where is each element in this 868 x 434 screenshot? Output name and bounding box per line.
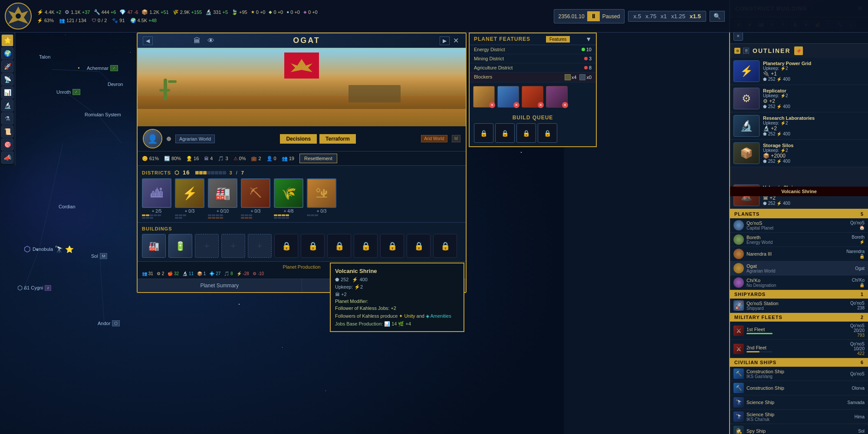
outliner-planet-chiko[interactable]: Chi'Ko No Designation Chi'Ko 🔒	[730, 276, 868, 290]
ci-cross[interactable]: ✕	[733, 31, 743, 41]
building-slot-2[interactable]: 🔋	[168, 234, 192, 258]
system-label-denobula[interactable]: ⬡ Denobula 🔭 ⭐	[24, 244, 74, 254]
features-tab-btn[interactable]: Features	[546, 36, 570, 43]
building-slot-4[interactable]: +	[221, 234, 245, 258]
district-city[interactable]: 🏙 + 2/5	[142, 178, 171, 219]
outliner-planet-qonos[interactable]: Qo'noS Capital Planet Qo'noS 🏠	[730, 218, 868, 233]
resource-r4[interactable]: ◈ 0 +0	[303, 10, 318, 15]
building-slot-6[interactable]: 🔒	[274, 234, 298, 258]
system-label-andor[interactable]: Andor ⬡	[98, 320, 120, 326]
building-slot-8[interactable]: 🔒	[327, 234, 351, 258]
planet-action-buildings[interactable]: 🏛	[192, 37, 202, 45]
footer-tab-summary[interactable]: Planet Summary	[138, 279, 302, 292]
planet-nav-next[interactable]: ▶	[440, 36, 450, 45]
outliner-ship-construction-1[interactable]: 🔨 Construction Ship IKS GasVang Qo'noS	[730, 367, 868, 381]
bq-slot-4[interactable]: 🔒	[538, 123, 557, 143]
speed-x075[interactable]: x.75	[644, 13, 658, 20]
resource-minerals[interactable]: ⚙ 1.1K +37	[65, 9, 90, 15]
decisions-btn[interactable]: Decisions	[280, 134, 317, 144]
resource-influence[interactable]: 🍃 +95	[231, 9, 247, 15]
sidebar-fleets[interactable]: 🚀	[1, 60, 13, 72]
outliner-fleet-1[interactable]: ⚔ 1st Fleet Qo'noS 20/20 793	[730, 322, 868, 340]
blocker-remove-1[interactable]: ✕	[489, 102, 495, 108]
resource-r1[interactable]: ★ 0 +0	[251, 10, 266, 15]
sidebar-planets[interactable]: 🌍	[1, 47, 13, 59]
system-label-sol[interactable]: Sol M	[91, 253, 107, 259]
district-farming[interactable]: 🌾 + 4/8	[274, 178, 303, 219]
planet-nav-prev[interactable]: ◀	[143, 36, 153, 45]
building-volcanic-shrine[interactable]: Volcanic Shrine 🌋 Volcanic Shrine Upkeep…	[730, 167, 868, 210]
sidebar-policies[interactable]: 📜	[1, 125, 13, 138]
resource-energy[interactable]: ⚡ 4.4K +2	[37, 9, 61, 15]
blocker-purple[interactable]: ✕	[546, 86, 568, 108]
governor-portrait[interactable]: 👤	[143, 129, 162, 148]
blocker-remove-2[interactable]: ✕	[513, 102, 519, 108]
blocker-volcano[interactable]: ✕	[522, 86, 543, 108]
building-slot-5[interactable]: +	[248, 234, 272, 258]
building-planetary-power-grid[interactable]: ⚡ Planetary Power Grid Upkeep: ⚡2 🔌 +1 ⬟…	[730, 58, 868, 85]
system-label-61cygni[interactable]: ⬡ 61 Cygni 2	[17, 284, 51, 291]
outliner-pin[interactable]: 📌	[794, 46, 803, 55]
district-industrial[interactable]: 🏭 + 0/10	[208, 178, 237, 219]
sidebar-edicts[interactable]: 📣	[1, 151, 13, 164]
system-label-achemnar[interactable]: Achemnar ✓	[87, 65, 118, 71]
resource-r2[interactable]: ◆ 0 +0	[269, 10, 283, 15]
resource-alloys[interactable]: 🔧 444 +6	[94, 9, 116, 15]
outliner-ship-science-2[interactable]: 🔭 Science Ship IKS Cha'ruk Hima	[730, 410, 868, 424]
outliner-ship-construction-2[interactable]: 🔨 Construction Ship Olorva	[730, 381, 868, 395]
sidebar-situation[interactable]: 📊	[1, 86, 13, 99]
sidebar-research[interactable]: 🔬	[1, 99, 13, 112]
building-slot-7[interactable]: 🔒	[301, 234, 325, 258]
system-label-cordian[interactable]: Cordian	[59, 204, 76, 209]
building-slot-12[interactable]: 🔒	[433, 234, 457, 258]
resource-exotic[interactable]: 💎 47 -6	[119, 9, 138, 15]
outliner-planet-boreth[interactable]: Boreth Energy World Boreth ⚡	[730, 233, 868, 247]
system-label-devron[interactable]: Devron	[108, 82, 123, 87]
blocker-remove-4[interactable]: ✕	[562, 102, 568, 108]
planet-close[interactable]: ✕	[451, 36, 460, 45]
outliner-planet-ogat[interactable]: Ogat Agrarian World Ogat	[730, 261, 868, 276]
outliner-settings-icon[interactable]: ⚙	[734, 48, 740, 54]
building-slot-1[interactable]: 🏭	[142, 234, 166, 258]
planet-action-eye[interactable]: 👁	[206, 37, 216, 45]
speed-x15[interactable]: x1.5	[688, 13, 702, 20]
sidebar-technology[interactable]: ⚗	[1, 112, 13, 125]
resource-r3[interactable]: ● 0 +0	[286, 10, 300, 15]
system-label-talon[interactable]: Talon	[39, 54, 50, 59]
building-slot-3[interactable]: +	[195, 234, 219, 258]
building-replicator[interactable]: ⚙ Replicator Upkeep: ⚡2 ⚙ +2 ⬟ 252 ⚡ 400	[730, 85, 868, 112]
building-slot-10[interactable]: 🔒	[380, 234, 404, 258]
terraform-btn[interactable]: Terraform	[319, 134, 356, 144]
outliner-ship-spy[interactable]: 🕵 Spy Ship Sol	[730, 424, 868, 434]
resource-consumer[interactable]: 📦 1.2K +51	[141, 9, 168, 15]
building-slot-11[interactable]: 🔒	[407, 234, 431, 258]
district-generator[interactable]: ⚡ + 0/3	[175, 178, 204, 219]
outliner-ship-science-1[interactable]: 🔭 Science Ship Sanvada	[730, 395, 868, 410]
outliner-shipyard-qonos[interactable]: 🚀 Qo'noS Station Shipyard Qo'noS 238	[730, 299, 868, 313]
empire-logo[interactable]	[4, 2, 33, 30]
sidebar-traditions[interactable]: 🎯	[1, 138, 13, 151]
building-slot-9[interactable]: 🔒	[354, 234, 378, 258]
system-label-unroth[interactable]: Unroth ✓	[56, 89, 80, 95]
speed-x125[interactable]: x1.25	[670, 13, 687, 20]
pause-button[interactable]: ⏸	[587, 11, 600, 21]
speed-x05[interactable]: x.5	[632, 13, 642, 20]
blocker-crystal[interactable]: ✕	[497, 86, 519, 108]
system-label-romulan[interactable]: Romulan System	[85, 112, 121, 117]
outliner-fleet-2[interactable]: ⚔ 2nd Fleet Qo'noS 10/20 422	[730, 340, 868, 358]
resettlement-btn[interactable]: Resettlement	[299, 154, 337, 163]
sidebar-contacts[interactable]: 📡	[1, 73, 13, 85]
outliner-menu-icon[interactable]: ☰	[743, 48, 749, 54]
outliner-planet-narendra[interactable]: Narendra III Narendra 🔒	[730, 247, 868, 261]
bq-slot-3[interactable]: 🔒	[516, 123, 536, 143]
blocker-remove-3[interactable]: ✕	[538, 102, 544, 108]
sidebar-empire[interactable]: ⭐	[1, 34, 13, 46]
speed-x1[interactable]: x1	[659, 13, 668, 20]
district-desert[interactable]: 🏜 + 0/3	[307, 178, 336, 219]
district-mining[interactable]: ⛏ + 0/3	[241, 178, 270, 219]
features-collapse[interactable]: ▼	[585, 36, 592, 43]
bq-slot-1[interactable]: 🔒	[474, 123, 493, 143]
bq-slot-2[interactable]: 🔒	[495, 123, 515, 143]
magnifier-btn[interactable]: 🔍	[710, 11, 725, 22]
resource-food[interactable]: 🌾 2.9K +155	[172, 9, 202, 15]
